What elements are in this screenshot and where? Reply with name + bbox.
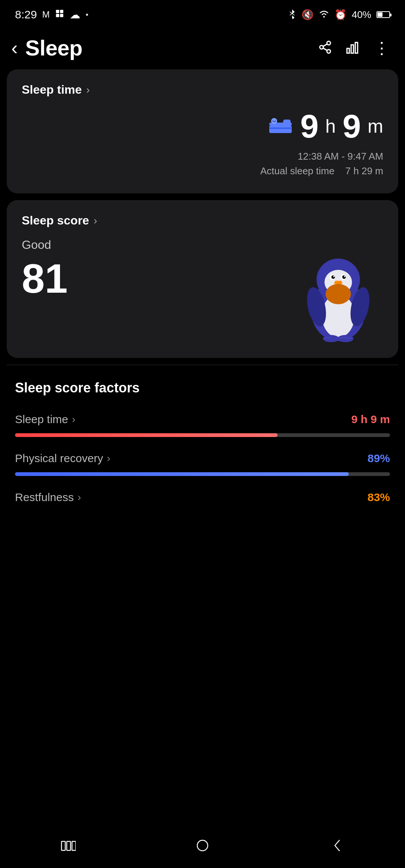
toolbar-left: ‹ Sleep xyxy=(11,35,82,60)
factor-physical-recovery-progress-track xyxy=(15,472,390,476)
back-button[interactable]: ‹ xyxy=(11,37,18,59)
svg-rect-1 xyxy=(60,10,63,13)
svg-rect-0 xyxy=(56,10,60,13)
svg-rect-12 xyxy=(347,48,349,53)
svg-rect-16 xyxy=(269,127,292,129)
svg-point-33 xyxy=(326,284,351,304)
page-title: Sleep xyxy=(25,35,82,60)
svg-rect-14 xyxy=(355,42,357,53)
sleep-details: 12:38 AM - 9:47 AM Actual sleep time 7 h… xyxy=(260,149,383,178)
photos-icon xyxy=(55,9,64,21)
sleep-score-title: Sleep score xyxy=(22,214,89,227)
penguin-illustration xyxy=(293,238,383,343)
sleep-time-chevron: › xyxy=(86,84,90,96)
factor-physical-recovery-label-row[interactable]: Physical recovery › xyxy=(15,452,110,465)
dot-icon: • xyxy=(86,10,88,19)
share-icon[interactable] xyxy=(318,40,332,56)
section-divider xyxy=(7,365,398,365)
factors-section-title: Sleep score factors xyxy=(15,380,398,396)
home-button[interactable] xyxy=(180,832,225,862)
factor-physical-recovery-progress-fill xyxy=(15,472,349,476)
sleep-time-range: 12:38 AM - 9:47 AM xyxy=(260,149,383,164)
factor-physical-recovery-header: Physical recovery › 89% xyxy=(15,452,390,465)
sleep-minutes: 9 xyxy=(342,107,361,145)
factor-physical-recovery: Physical recovery › 89% xyxy=(7,448,398,487)
factor-sleep-time: Sleep time › 9 h 9 m xyxy=(7,409,398,448)
sleep-h-unit: h xyxy=(326,115,336,137)
score-card-inner: Good 81 xyxy=(22,238,383,343)
sleep-duration-row: 9 h 9 m xyxy=(267,107,383,145)
sleep-m-unit: m xyxy=(368,115,383,137)
sleep-time-title: Sleep time xyxy=(22,83,82,97)
svg-rect-2 xyxy=(56,14,60,17)
svg-point-6 xyxy=(323,16,325,18)
status-left: 8:29 M ☁ • xyxy=(15,8,88,21)
svg-rect-13 xyxy=(351,45,353,53)
battery-icon xyxy=(376,11,390,18)
time-display: 8:29 xyxy=(15,8,37,21)
sleep-time-card: Sleep time › 9 h 9 xyxy=(7,69,398,193)
bed-icon xyxy=(267,114,294,138)
status-bar: 8:29 M ☁ • 🔇 ⏰ 40% xyxy=(0,0,405,26)
svg-point-29 xyxy=(333,275,334,277)
factor-restfulness-header: Restfulness › 83% xyxy=(15,491,390,504)
score-right xyxy=(286,238,383,343)
factor-restfulness-value: 83% xyxy=(368,491,390,504)
svg-point-20 xyxy=(271,118,277,124)
score-quality: Good xyxy=(22,238,286,252)
factor-sleep-time-label: Sleep time xyxy=(15,413,68,426)
toolbar-right: ⋮ xyxy=(318,38,390,57)
home-icon xyxy=(194,837,211,858)
factor-sleep-time-progress-fill xyxy=(15,433,278,437)
battery-text: 40% xyxy=(352,9,371,21)
svg-point-31 xyxy=(342,275,346,279)
factor-physical-recovery-label: Physical recovery xyxy=(15,452,103,465)
status-right: 🔇 ⏰ 40% xyxy=(288,8,390,21)
back-nav-icon xyxy=(331,837,344,858)
toolbar: ‹ Sleep ⋮ xyxy=(0,26,405,69)
gmail-icon: M xyxy=(42,9,50,20)
svg-line-11 xyxy=(323,44,327,46)
chart-icon[interactable] xyxy=(346,40,360,56)
factor-sleep-time-value: 9 h 9 m xyxy=(351,413,390,426)
actual-sleep-time: Actual sleep time 7 h 29 m xyxy=(260,164,383,178)
sleep-time-content: 9 h 9 m 12:38 AM - 9:47 AM Actual sleep … xyxy=(22,107,383,178)
sleep-score-card: Sleep score › Good 81 xyxy=(7,200,398,358)
recent-apps-button[interactable] xyxy=(45,832,90,862)
factor-sleep-time-progress-track xyxy=(15,433,390,437)
factor-restfulness-chevron: › xyxy=(78,491,81,503)
factor-restfulness-label: Restfulness xyxy=(15,491,74,504)
bluetooth-icon xyxy=(288,8,296,21)
sleep-score-chevron: › xyxy=(94,215,97,227)
more-icon[interactable]: ⋮ xyxy=(374,38,390,57)
back-button-nav[interactable] xyxy=(315,832,360,862)
recent-apps-icon xyxy=(59,837,76,858)
sleep-score-title-row[interactable]: Sleep score › xyxy=(22,214,383,227)
sleep-score-factors-section: Sleep score factors Sleep time › 9 h 9 m… xyxy=(0,380,405,511)
factor-sleep-time-label-row[interactable]: Sleep time › xyxy=(15,413,75,426)
alarm-icon: ⏰ xyxy=(334,9,346,21)
svg-rect-40 xyxy=(72,841,76,850)
factor-sleep-time-chevron: › xyxy=(72,413,75,425)
svg-point-28 xyxy=(332,275,335,279)
factor-sleep-time-header: Sleep time › 9 h 9 m xyxy=(15,413,390,426)
factor-physical-recovery-chevron: › xyxy=(107,452,110,464)
svg-rect-39 xyxy=(67,841,70,850)
svg-line-10 xyxy=(323,48,327,50)
mute-icon: 🔇 xyxy=(302,9,314,21)
sleep-time-title-row[interactable]: Sleep time › xyxy=(22,83,383,97)
bottom-nav xyxy=(0,827,405,868)
factor-restfulness-label-row[interactable]: Restfulness › xyxy=(15,491,81,504)
factor-physical-recovery-value: 89% xyxy=(368,452,390,465)
score-number: 81 xyxy=(22,258,286,299)
svg-point-32 xyxy=(344,275,345,277)
wifi-icon xyxy=(319,9,329,21)
svg-rect-38 xyxy=(62,841,65,850)
sleep-hours: 9 xyxy=(300,107,319,145)
factor-restfulness: Restfulness › 83% xyxy=(7,487,398,511)
svg-rect-41 xyxy=(197,840,208,851)
score-left: Good 81 xyxy=(22,238,286,299)
svg-rect-15 xyxy=(269,126,292,133)
svg-rect-3 xyxy=(60,14,63,17)
cloud-icon: ☁ xyxy=(70,9,80,21)
